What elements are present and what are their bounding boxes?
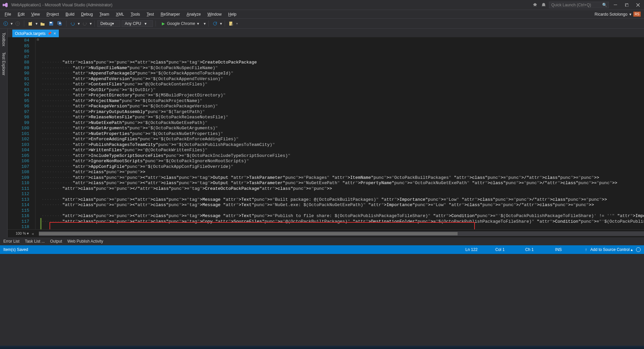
svg-rect-2 <box>626 4 628 7</box>
h-scroll-left-icon[interactable]: ◂ <box>32 231 34 236</box>
start-debug-button[interactable]: ▶ Google Chrome ▾ <box>159 21 202 27</box>
bottom-tool-tabs: Error List Task List ... Output Web Publ… <box>0 237 644 245</box>
publish-up-icon[interactable]: ↑ <box>585 247 587 252</box>
feedback-icon[interactable] <box>532 2 538 8</box>
menu-debug[interactable]: Debug <box>78 11 96 18</box>
solution-platform-select[interactable]: Any CPU ▾ <box>122 20 153 27</box>
undo-button[interactable] <box>69 20 76 27</box>
code-content[interactable]: ········"attr">class"punc">="punc"><"att… <box>40 37 644 229</box>
source-control-button[interactable]: Add to Source Control ▴ <box>590 247 633 252</box>
svg-point-3 <box>4 22 8 26</box>
open-file-button[interactable] <box>39 20 46 27</box>
refresh-drop[interactable]: ▾ <box>220 21 222 26</box>
refresh-button[interactable] <box>211 20 219 27</box>
notifications-icon[interactable] <box>540 2 547 8</box>
left-tool-well: Toolbox Test Explorer <box>0 29 8 237</box>
status-ch: Ch 1 <box>525 247 555 252</box>
pin-icon[interactable]: 📌 <box>48 32 52 35</box>
quick-launch-placeholder: Quick Launch (Ctrl+Q) <box>551 3 591 7</box>
quick-launch-input[interactable]: Quick Launch (Ctrl+Q) 🔍 <box>549 2 609 8</box>
menu-help[interactable]: Help <box>225 11 240 18</box>
nav-forward-button[interactable] <box>14 20 21 27</box>
svg-point-4 <box>16 22 20 26</box>
change-marker <box>40 218 42 229</box>
minimize-button[interactable] <box>611 1 620 9</box>
menu-team[interactable]: Team <box>96 11 112 18</box>
menu-test[interactable]: Test <box>143 11 157 18</box>
vs-logo-icon <box>2 2 9 8</box>
menu-view[interactable]: View <box>28 11 43 18</box>
titlebar: WebApplication1 - Microsoft Visual Studi… <box>0 0 644 10</box>
user-badge[interactable]: RS <box>633 12 641 17</box>
h-scrollbar-thumb[interactable] <box>39 232 458 235</box>
window-title: WebApplication1 - Microsoft Visual Studi… <box>11 3 112 7</box>
toolbox-tab[interactable]: Toolbox <box>0 30 7 49</box>
horizontal-scrollbar[interactable] <box>39 231 644 236</box>
svg-rect-10 <box>59 23 61 24</box>
svg-rect-7 <box>50 22 52 23</box>
user-dropdown-icon[interactable]: ▾ <box>629 12 631 17</box>
file-tab-label: OctoPack.targets <box>15 31 46 36</box>
zoom-level[interactable]: 100 % ▾ <box>16 231 29 236</box>
redo-button[interactable] <box>81 20 88 27</box>
menu-analyze[interactable]: Analyze <box>183 11 204 18</box>
line-number-gutter: 8485868788899091929394959697989910010110… <box>8 37 36 229</box>
browser-drop[interactable]: ▾ <box>204 21 206 26</box>
menu-xml[interactable]: XML <box>113 11 128 18</box>
outline-margin[interactable]: ⊟ <box>36 37 40 229</box>
menu-build[interactable]: Build <box>62 11 78 18</box>
file-tab-active[interactable]: OctoPack.targets 📌 × <box>12 30 59 37</box>
menu-window[interactable]: Window <box>204 11 225 18</box>
feedback-circle-icon[interactable] <box>636 247 641 252</box>
close-button[interactable] <box>633 1 643 9</box>
test-explorer-tab[interactable]: Test Explorer <box>0 50 7 78</box>
save-button[interactable] <box>48 20 55 27</box>
undo-drop[interactable]: ▾ <box>78 21 80 26</box>
windows-taskbar[interactable] <box>0 346 644 349</box>
svg-rect-5 <box>29 22 32 26</box>
menu-resharper[interactable]: ReSharper <box>157 11 183 18</box>
bottom-tab-error-list[interactable]: Error List <box>3 239 20 244</box>
nav-back-drop[interactable]: ▾ <box>11 21 13 26</box>
bottom-tab-output[interactable]: Output <box>50 239 62 244</box>
main-area: Toolbox Test Explorer OctoPack.targets 📌… <box>0 29 644 237</box>
svg-rect-0 <box>614 5 617 5</box>
editor-status-bar: 100 % ▾ ◂ ▸ <box>8 229 644 237</box>
solution-config-select[interactable]: Debug ▾ <box>97 20 120 27</box>
menu-edit[interactable]: Edit <box>14 11 28 18</box>
status-ins: INS <box>555 247 585 252</box>
menubar: FileEditViewProjectBuildDebugTeamXMLTool… <box>0 10 644 19</box>
code-editor[interactable]: 8485868788899091929394959697989910010110… <box>8 37 644 229</box>
menu-file[interactable]: File <box>1 11 14 18</box>
play-icon: ▶ <box>162 21 165 26</box>
new-project-drop[interactable]: ▾ <box>36 21 38 26</box>
toolbar: ▾ ▾ ▾ ▾ Debug ▾ Any CPU ▾ ▶ Google Chrom… <box>0 19 644 29</box>
close-tab-icon[interactable]: × <box>54 31 56 36</box>
bottom-tab-task-list[interactable]: Task List ... <box>25 239 45 244</box>
maximize-button[interactable] <box>622 1 631 9</box>
redo-drop[interactable]: ▾ <box>90 21 92 26</box>
find-in-files-button[interactable] <box>228 20 235 27</box>
user-name[interactable]: Ricardo Sotolongo <box>594 12 627 17</box>
document-tab-well: OctoPack.targets 📌 × <box>8 29 644 37</box>
status-line: Ln 122 <box>466 247 495 252</box>
status-col: Col 1 <box>495 247 525 252</box>
menu-project[interactable]: Project <box>43 11 62 18</box>
menu-tools[interactable]: Tools <box>127 11 143 18</box>
nav-back-button[interactable] <box>2 20 9 27</box>
new-project-button[interactable] <box>27 20 34 27</box>
status-message: Item(s) Saved <box>3 247 28 252</box>
save-all-button[interactable] <box>56 20 63 27</box>
bottom-tab-web-publish[interactable]: Web Publish Activity <box>67 239 103 244</box>
search-icon: 🔍 <box>602 3 607 7</box>
statusbar: Item(s) Saved Ln 122 Col 1 Ch 1 INS ↑ Ad… <box>0 245 644 254</box>
